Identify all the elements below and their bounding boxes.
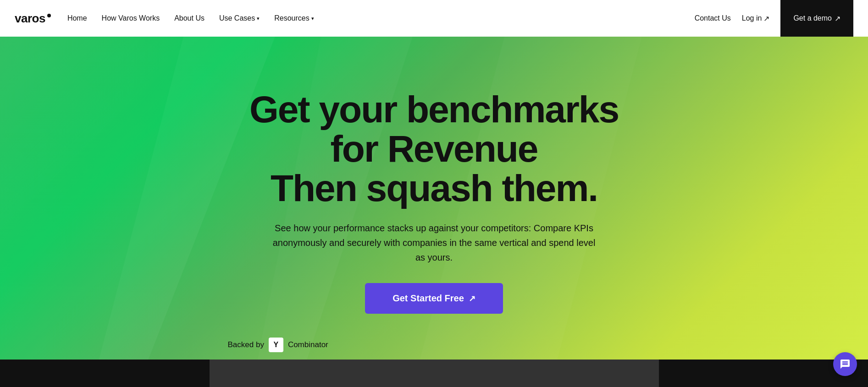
bottom-bar-inner xyxy=(210,360,659,387)
logo-dot xyxy=(47,14,51,17)
get-started-arrow-icon: ↗ xyxy=(469,294,475,304)
hero-subtitle: See how your performance stacks up again… xyxy=(269,221,599,265)
nav-item-use-cases[interactable]: Use Cases ▾ xyxy=(219,14,260,22)
get-demo-button[interactable]: Get a demo ↗ xyxy=(780,0,853,37)
backed-by-section: Backed by Y Combinator xyxy=(228,338,641,352)
hero-content: Get your benchmarks for Revenue Then squ… xyxy=(228,90,641,352)
get-started-button[interactable]: Get Started Free ↗ xyxy=(365,283,503,314)
chat-bubble-button[interactable] xyxy=(833,352,857,376)
chat-icon xyxy=(840,359,851,370)
nav-link-resources[interactable]: Resources ▾ xyxy=(274,14,314,22)
nav-left: varos Home How Varos Works About Us Use … xyxy=(15,11,314,26)
logo-text: varos xyxy=(15,11,45,26)
nav-item-home[interactable]: Home xyxy=(67,14,87,22)
nav-link-use-cases[interactable]: Use Cases ▾ xyxy=(219,14,260,22)
yc-badge: Y xyxy=(269,338,283,352)
bottom-bar-preview xyxy=(0,360,868,387)
get-demo-arrow-icon: ↗ xyxy=(835,14,840,23)
use-cases-chevron-icon: ▾ xyxy=(257,16,260,22)
nav-item-about-us[interactable]: About Us xyxy=(174,14,205,22)
login-arrow-icon: ↗ xyxy=(763,14,769,23)
nav-link-about-us[interactable]: About Us xyxy=(174,14,205,22)
hero-section: Get your benchmarks for Revenue Then squ… xyxy=(0,37,868,387)
resources-chevron-icon: ▾ xyxy=(311,16,314,22)
nav-right: Contact Us Log in ↗ Get a demo ↗ xyxy=(695,0,853,37)
nav-link-how-varos-works[interactable]: How Varos Works xyxy=(102,14,160,22)
hero-title: Get your benchmarks for Revenue Then squ… xyxy=(228,90,641,208)
login-link[interactable]: Log in ↗ xyxy=(742,14,770,23)
nav-links: Home How Varos Works About Us Use Cases … xyxy=(67,14,314,22)
nav-item-resources[interactable]: Resources ▾ xyxy=(274,14,314,22)
logo[interactable]: varos xyxy=(15,11,51,26)
nav-item-how-varos-works[interactable]: How Varos Works xyxy=(102,14,160,22)
navbar: varos Home How Varos Works About Us Use … xyxy=(0,0,868,37)
contact-us-link[interactable]: Contact Us xyxy=(695,14,731,22)
nav-link-home[interactable]: Home xyxy=(67,14,87,22)
